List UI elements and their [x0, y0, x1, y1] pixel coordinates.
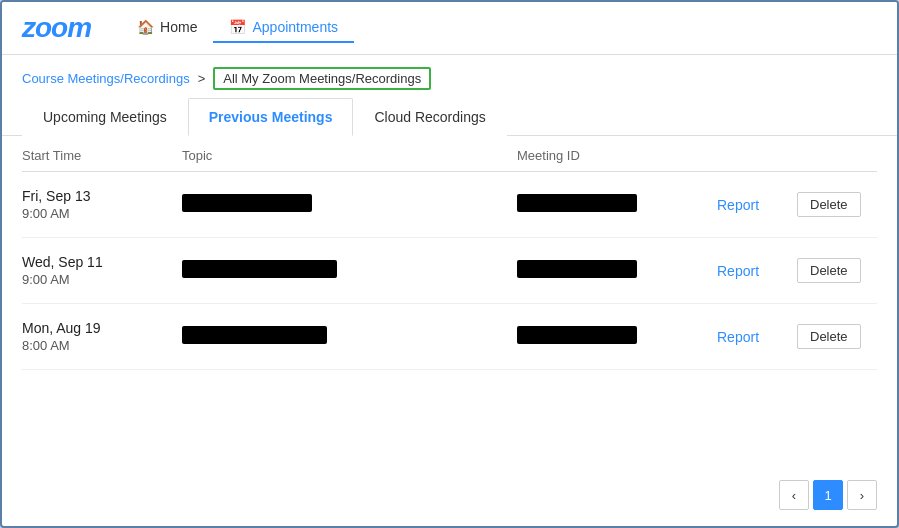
pagination: ‹ 1 › — [2, 464, 897, 526]
zoom-logo: zoom — [22, 12, 91, 44]
breadcrumb-link[interactable]: Course Meetings/Recordings — [22, 71, 190, 86]
tab-previous[interactable]: Previous Meetings — [188, 98, 354, 136]
page-1-button[interactable]: 1 — [813, 480, 843, 510]
col-meeting-id: Meeting ID — [517, 148, 717, 163]
cell-report-2: Report — [717, 263, 797, 279]
col-start-time: Start Time — [22, 148, 182, 163]
cell-time-1: 9:00 AM — [22, 206, 182, 221]
cell-time-2: 9:00 AM — [22, 272, 182, 287]
cell-id-3 — [517, 326, 717, 347]
redacted-topic-1 — [182, 194, 312, 212]
breadcrumb-separator: > — [198, 71, 206, 86]
cell-delete-1: Delete — [797, 192, 877, 217]
delete-button-2[interactable]: Delete — [797, 258, 861, 283]
cell-topic-2 — [182, 260, 517, 281]
cell-date-3: Mon, Aug 19 — [22, 320, 182, 336]
report-link-1[interactable]: Report — [717, 197, 759, 213]
breadcrumb: Course Meetings/Recordings > All My Zoom… — [2, 55, 897, 98]
tab-bar: Upcoming Meetings Previous Meetings Clou… — [2, 98, 897, 136]
home-icon: 🏠 — [137, 19, 154, 35]
cell-time-3: 8:00 AM — [22, 338, 182, 353]
cell-topic-3 — [182, 326, 517, 347]
redacted-topic-2 — [182, 260, 337, 278]
cell-report-3: Report — [717, 329, 797, 345]
table-header: Start Time Topic Meeting ID — [22, 136, 877, 172]
redacted-topic-3 — [182, 326, 327, 344]
cell-id-1 — [517, 194, 717, 215]
report-link-2[interactable]: Report — [717, 263, 759, 279]
nav-tab-appointments-label: Appointments — [252, 19, 338, 35]
nav-tabs: 🏠 Home 📅 Appointments — [121, 13, 354, 43]
redacted-id-2 — [517, 260, 637, 278]
table-row: Mon, Aug 19 8:00 AM Report Delete — [22, 304, 877, 370]
cell-topic-1 — [182, 194, 517, 215]
redacted-id-3 — [517, 326, 637, 344]
cell-datetime-3: Mon, Aug 19 8:00 AM — [22, 320, 182, 353]
delete-button-1[interactable]: Delete — [797, 192, 861, 217]
nav-tab-home-label: Home — [160, 19, 197, 35]
next-page-button[interactable]: › — [847, 480, 877, 510]
col-topic: Topic — [182, 148, 517, 163]
prev-page-button[interactable]: ‹ — [779, 480, 809, 510]
tab-upcoming[interactable]: Upcoming Meetings — [22, 98, 188, 136]
cell-datetime-2: Wed, Sep 11 9:00 AM — [22, 254, 182, 287]
cell-date-2: Wed, Sep 11 — [22, 254, 182, 270]
table-row: Wed, Sep 11 9:00 AM Report Delete — [22, 238, 877, 304]
delete-button-3[interactable]: Delete — [797, 324, 861, 349]
nav-tab-home[interactable]: 🏠 Home — [121, 13, 213, 43]
header: zoom 🏠 Home 📅 Appointments — [2, 2, 897, 55]
cell-id-2 — [517, 260, 717, 281]
nav-tab-appointments[interactable]: 📅 Appointments — [213, 13, 354, 43]
col-action1 — [717, 148, 797, 163]
cell-datetime-1: Fri, Sep 13 9:00 AM — [22, 188, 182, 221]
breadcrumb-current: All My Zoom Meetings/Recordings — [213, 67, 431, 90]
calendar-icon: 📅 — [229, 19, 246, 35]
redacted-id-1 — [517, 194, 637, 212]
main-window: zoom 🏠 Home 📅 Appointments Course Meetin… — [0, 0, 899, 528]
meetings-table: Start Time Topic Meeting ID Fri, Sep 13 … — [2, 136, 897, 464]
report-link-3[interactable]: Report — [717, 329, 759, 345]
cell-report-1: Report — [717, 197, 797, 213]
col-action2 — [797, 148, 877, 163]
tab-cloud[interactable]: Cloud Recordings — [353, 98, 506, 136]
cell-delete-2: Delete — [797, 258, 877, 283]
cell-date-1: Fri, Sep 13 — [22, 188, 182, 204]
cell-delete-3: Delete — [797, 324, 877, 349]
table-row: Fri, Sep 13 9:00 AM Report Delete — [22, 172, 877, 238]
